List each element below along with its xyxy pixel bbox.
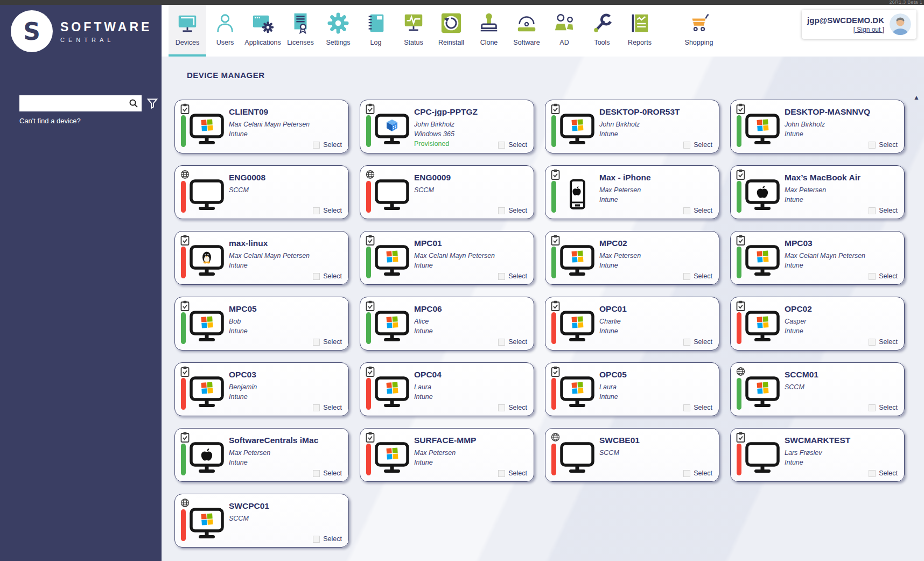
select-device[interactable]: Select [498,141,527,149]
device-management: Intune [599,326,711,336]
device-card[interactable]: SCCM01 SCCM Select [730,362,905,416]
tab-reports[interactable]: Reports [621,5,659,57]
device-card[interactable]: SWCPC01 SCCM Select [174,494,349,548]
select-device[interactable]: Select [313,469,342,477]
device-card[interactable]: OPC01 Charlie Intune Select [545,297,719,350]
device-card[interactable]: SURFACE-MMP Max Petersen Intune Select [360,428,534,482]
select-checkbox[interactable] [869,142,876,149]
filter-icon[interactable] [146,97,158,109]
select-checkbox[interactable] [869,470,876,477]
device-card[interactable]: OPC05 Laura Intune Select [545,362,719,416]
search-icon[interactable] [129,99,138,108]
device-user: Max Celani Mayn Petersen [229,120,341,129]
tab-log[interactable]: Log [357,5,395,57]
globe-icon [366,169,375,180]
device-card[interactable]: ENG0009 SCCM Select [360,165,534,219]
tab-shopping[interactable]: Shopping [680,5,718,57]
scroll-up-icon[interactable]: ▲ [913,94,920,101]
device-card[interactable]: DESKTOP-MASNNVQ John Birkholz Intune Sel… [730,100,905,153]
select-checkbox[interactable] [869,339,876,346]
select-device[interactable]: Select [498,338,527,346]
device-card[interactable]: max-linux Max Celani Mayn Petersen Intun… [174,231,349,285]
device-card[interactable]: ENG0008 SCCM Select [174,165,349,219]
tab-status[interactable]: Status [395,5,432,57]
device-card[interactable]: DESKTOP-0ROR53T John Birkholz Intune Sel… [545,100,719,153]
select-checkbox[interactable] [683,470,690,477]
select-device[interactable]: Select [683,207,712,214]
tab-software[interactable]: Software [508,5,545,57]
select-checkbox[interactable] [683,404,690,411]
device-card[interactable]: MPC06 Alice Intune Select [360,297,534,350]
device-card[interactable]: SoftwareCentrals iMac Max Petersen Intun… [174,428,349,482]
device-card[interactable]: MPC01 Max Celani Mayn Petersen Intune Se… [360,231,534,285]
select-checkbox[interactable] [498,207,505,214]
select-device[interactable]: Select [313,141,342,149]
device-card[interactable]: CPC-jgp-PPTGZ John Birkholz Windows 365 … [360,100,534,153]
select-device[interactable]: Select [869,141,898,149]
sign-out-link[interactable]: [ Sign out ] [853,26,884,33]
select-checkbox[interactable] [683,142,690,149]
tab-users[interactable]: Users [206,5,244,57]
tab-ad[interactable]: AD [545,5,583,57]
select-checkbox[interactable] [313,142,320,149]
select-device[interactable]: Select [683,338,712,346]
select-device[interactable]: Select [498,469,527,477]
select-checkbox[interactable] [498,142,505,149]
select-device[interactable]: Select [313,404,342,411]
cant-find-device-link[interactable]: Can't find a device? [19,117,81,125]
select-checkbox[interactable] [683,207,690,214]
select-checkbox[interactable] [313,536,320,543]
select-device[interactable]: Select [498,272,527,280]
select-checkbox[interactable] [313,273,320,280]
device-card[interactable]: MPC03 Max Celani Mayn Petersen Intune Se… [730,231,905,285]
select-device[interactable]: Select [869,207,898,214]
select-checkbox[interactable] [498,404,505,411]
device-card[interactable]: SWCMARKTEST Lars Frøslev Intune Select [730,428,905,482]
tab-tools[interactable]: Tools [583,5,621,57]
select-checkbox[interactable] [313,404,320,411]
device-card[interactable]: MPC05 Bob Intune Select [174,297,349,350]
tab-clone[interactable]: Clone [470,5,508,57]
select-device[interactable]: Select [869,338,898,346]
tab-licenses[interactable]: Licenses [282,5,319,57]
select-checkbox[interactable] [313,207,320,214]
select-device[interactable]: Select [313,535,342,543]
select-device[interactable]: Select [313,338,342,346]
select-device[interactable]: Select [869,404,898,411]
select-checkbox[interactable] [313,339,320,346]
clipboard-check-icon [180,103,190,114]
select-device[interactable]: Select [683,404,712,411]
select-device[interactable]: Select [683,272,712,280]
device-card[interactable]: CLIENT09 Max Celani Mayn Petersen Intune… [174,100,349,153]
search-input[interactable] [19,95,142,111]
select-checkbox[interactable] [683,339,690,346]
tab-settings[interactable]: Settings [319,5,357,57]
select-checkbox[interactable] [498,339,505,346]
device-card[interactable]: MPC02 Max Petersen Intune Select [545,231,719,285]
select-device[interactable]: Select [313,207,342,214]
device-card[interactable]: Max - iPhone Max Petersen Intune Select [545,165,719,219]
select-device[interactable]: Select [683,469,712,477]
tab-applications[interactable]: Applications [244,5,282,57]
select-checkbox[interactable] [313,470,320,477]
select-device[interactable]: Select [498,207,527,214]
select-device[interactable]: Select [869,469,898,477]
select-device[interactable]: Select [313,272,342,280]
device-card[interactable]: OPC02 Casper Intune Select [730,297,905,350]
tab-reinstall[interactable]: Reinstall [432,5,470,57]
select-checkbox[interactable] [498,273,505,280]
select-device[interactable]: Select [869,272,898,280]
select-checkbox[interactable] [869,273,876,280]
device-info: max-linux Max Celani Mayn Petersen Intun… [229,239,341,270]
select-device[interactable]: Select [683,141,712,149]
select-checkbox[interactable] [869,404,876,411]
device-card[interactable]: OPC03 Benjamin Intune Select [174,362,349,416]
device-card[interactable]: Max’s MacBook Air Max Petersen Intune Se… [730,165,905,219]
select-checkbox[interactable] [869,207,876,214]
select-checkbox[interactable] [683,273,690,280]
select-device[interactable]: Select [498,404,527,411]
select-checkbox[interactable] [498,470,505,477]
tab-devices[interactable]: Devices [169,5,206,57]
device-card[interactable]: SWCBE01 SCCM Select [545,428,719,482]
device-card[interactable]: OPC04 Laura Intune Select [360,362,534,416]
